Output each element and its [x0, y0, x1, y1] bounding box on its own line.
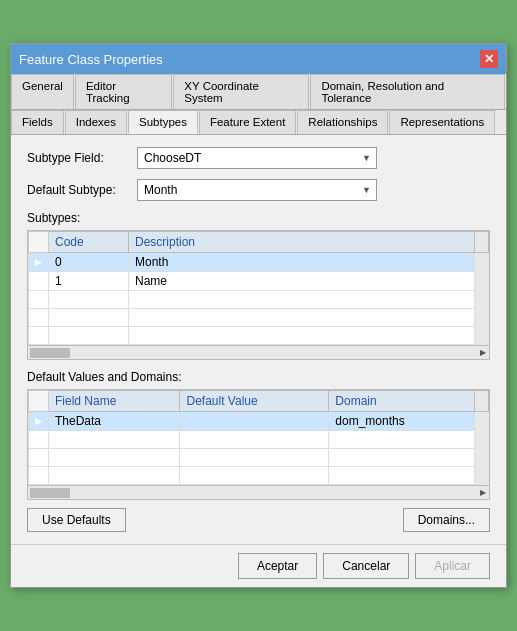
tabs-row1: General Editor Tracking XY Coordinate Sy… — [11, 74, 506, 110]
subtypes-desc-1: Name — [129, 272, 475, 291]
subtypes-desc-0: Month — [129, 253, 475, 272]
table-row — [29, 467, 489, 485]
feature-class-properties-window: Feature Class Properties ✕ General Edito… — [10, 43, 507, 588]
h-scroll-thumb[interactable] — [30, 488, 70, 498]
tab-indexes[interactable]: Indexes — [65, 110, 127, 134]
h-scroll-thumb[interactable] — [30, 348, 70, 358]
subtypes-col-description: Description — [129, 232, 475, 253]
use-defaults-button[interactable]: Use Defaults — [27, 508, 126, 532]
aplicar-button[interactable]: Aplicar — [415, 553, 490, 579]
default-subtype-dropdown-container: Month — [137, 179, 377, 201]
subtype-field-dropdown[interactable]: ChooseDT — [137, 147, 377, 169]
tab-xy-coordinate[interactable]: XY Coordinate System — [173, 74, 309, 109]
table-row[interactable]: ▶ 0 Month — [29, 253, 489, 272]
subtype-field-label: Subtype Field: — [27, 151, 137, 165]
tab-subtypes[interactable]: Subtypes — [128, 110, 198, 134]
domains-col-field: Field Name — [49, 391, 180, 412]
default-subtype-label: Default Subtype: — [27, 183, 137, 197]
main-content: Subtype Field: ChooseDT Default Subtype:… — [11, 135, 506, 544]
aceptar-button[interactable]: Aceptar — [238, 553, 317, 579]
domains-table-container: Field Name Default Value Domain ▶ TheDat… — [27, 389, 490, 500]
tabs-row2: Fields Indexes Subtypes Feature Extent R… — [11, 110, 506, 135]
subtypes-col-code: Code — [49, 232, 129, 253]
tab-domain[interactable]: Domain, Resolution and Tolerance — [310, 74, 505, 109]
tab-fields[interactable]: Fields — [11, 110, 64, 134]
subtypes-label: Subtypes: — [27, 211, 490, 225]
table-row[interactable]: ▶ TheData dom_months — [29, 412, 489, 431]
tab-general[interactable]: General — [11, 74, 74, 109]
table-row — [29, 449, 489, 467]
subtype-field-row: Subtype Field: ChooseDT — [27, 147, 490, 169]
action-buttons-row: Use Defaults Domains... — [27, 508, 490, 532]
subtypes-code-1: 1 — [49, 272, 129, 291]
tab-relationships[interactable]: Relationships — [297, 110, 388, 134]
table-row — [29, 291, 489, 309]
domain-domain-0: dom_months — [329, 412, 475, 431]
domains-col-default: Default Value — [180, 391, 329, 412]
subtypes-code-0: 0 — [49, 253, 129, 272]
subtypes-table: Code Description ▶ 0 Month 1 — [28, 231, 489, 345]
table-row — [29, 309, 489, 327]
close-button[interactable]: ✕ — [480, 50, 498, 68]
tab-feature-extent[interactable]: Feature Extent — [199, 110, 296, 134]
default-subtype-row: Default Subtype: Month — [27, 179, 490, 201]
tab-editor-tracking[interactable]: Editor Tracking — [75, 74, 172, 109]
subtypes-scrollbar-h[interactable]: ▶ — [28, 345, 489, 359]
right-arrow-icon[interactable]: ▶ — [477, 347, 489, 358]
table-row — [29, 431, 489, 449]
subtype-field-dropdown-container: ChooseDT — [137, 147, 377, 169]
domain-default-0 — [180, 412, 329, 431]
domains-table: Field Name Default Value Domain ▶ TheDat… — [28, 390, 489, 485]
domains-scrollbar-h[interactable]: ▶ — [28, 485, 489, 499]
table-row[interactable]: 1 Name — [29, 272, 489, 291]
domain-field-0: TheData — [49, 412, 180, 431]
window-title: Feature Class Properties — [19, 52, 163, 67]
domains-col-domain: Domain — [329, 391, 475, 412]
domains-label: Default Values and Domains: — [27, 370, 490, 384]
subtypes-table-container: Code Description ▶ 0 Month 1 — [27, 230, 490, 360]
bottom-buttons-bar: Aceptar Cancelar Aplicar — [11, 544, 506, 587]
cancelar-button[interactable]: Cancelar — [323, 553, 409, 579]
tab-representations[interactable]: Representations — [389, 110, 495, 134]
table-row — [29, 327, 489, 345]
default-subtype-dropdown[interactable]: Month — [137, 179, 377, 201]
right-arrow-icon[interactable]: ▶ — [477, 487, 489, 498]
title-bar: Feature Class Properties ✕ — [11, 44, 506, 74]
domains-button[interactable]: Domains... — [403, 508, 490, 532]
